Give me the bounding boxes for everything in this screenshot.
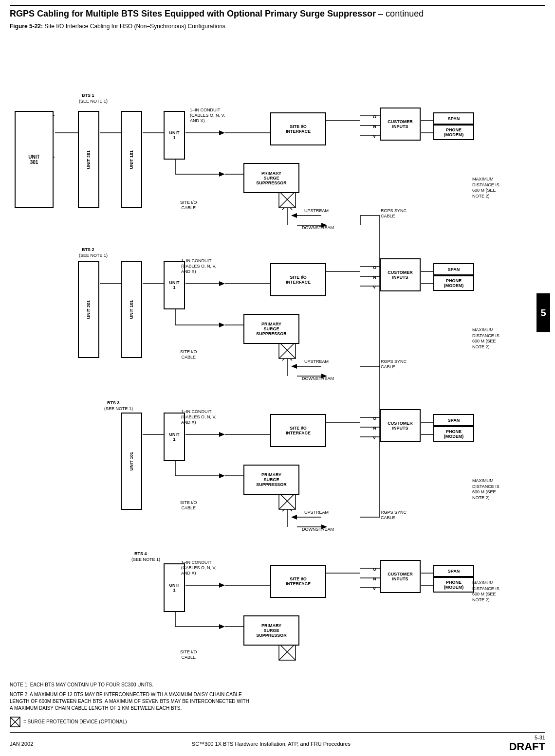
customer-inputs-bts2-label: CUSTOMERINPUTS (388, 270, 412, 280)
svg-line-87 (279, 342, 296, 359)
unit-201-bts1-label: UNIT 201 (86, 150, 91, 169)
footer-title: SC™300 1X BTS Hardware Installation, ATP… (33, 741, 509, 747)
svg-line-42 (282, 351, 292, 360)
conduit-label-bts2: 1–IN CONDUIT(CABLES O, N, V,AND X) (181, 258, 225, 274)
surge-bts1: PRIMARYSURGESUPPRESSOR (243, 163, 299, 193)
span-bts3: SPAN (433, 414, 474, 426)
draft-label: DRAFT (509, 740, 545, 753)
span-bts3-label: SPAN (448, 418, 460, 423)
site-io-bts2: SITE I/OINTERFACE (270, 263, 326, 296)
svg-line-91 (279, 493, 296, 509)
surge-bts2: PRIMARYSURGESUPPRESSOR (243, 314, 299, 344)
unit-201-bts2-label: UNIT 201 (86, 300, 91, 319)
svg-rect-89 (279, 493, 296, 509)
site-io-cable-bts2: SITE I/OCABLE (180, 349, 197, 360)
upstream-bts2: UPSTREAM (304, 359, 329, 364)
unit-101-bts2-box: UNIT 101 (121, 261, 142, 358)
svg-line-84 (279, 191, 296, 208)
surge-protection-icon (10, 717, 20, 727)
site-io-cable-bts1: SITE I/OCABLE (180, 200, 197, 211)
v-label-bts3: V (373, 435, 376, 440)
unit-101-bts3-box: UNIT 101 (121, 413, 142, 510)
unit-1-bts3-label: UNIT1 (169, 432, 180, 442)
surge-bts2-label: PRIMARYSURGESUPPRESSOR (256, 322, 287, 336)
svg-line-90 (279, 493, 296, 509)
svg-line-18 (282, 200, 292, 210)
unit-1-bts1-label: UNIT1 (169, 130, 180, 140)
customer-inputs-bts1: CUSTOMERINPUTS (380, 108, 421, 141)
bts3-note: (SEE NOTE 1) (104, 406, 133, 411)
svg-line-88 (279, 342, 296, 359)
svg-marker-81 (219, 624, 225, 629)
svg-marker-20 (291, 213, 297, 218)
svg-marker-50 (219, 432, 225, 437)
n-label-bts1: N (373, 124, 376, 129)
customer-inputs-bts4: CUSTOMERINPUTS (380, 560, 421, 593)
surge-bts3-label: PRIMARYSURGESUPPRESSOR (256, 472, 287, 487)
max-dist-bts1: MAXIMUMDISTANCE IS600 M (SEENOTE 2) (472, 177, 500, 199)
site-io-bts3-label: SITE I/OINTERFACE (286, 426, 311, 435)
section-number: 5 (536, 293, 550, 332)
bts4-label: BTS 4 (134, 551, 147, 556)
svg-line-63 (282, 502, 292, 511)
svg-marker-38 (219, 323, 225, 327)
bts3-label: BTS 3 (107, 400, 120, 405)
customer-inputs-bts3-label: CUSTOMERINPUTS (388, 421, 412, 431)
bts4-note: (SEE NOTE 1) (131, 557, 160, 562)
unit-101-bts1-label: UNIT 101 (129, 150, 134, 169)
svg-marker-66 (291, 515, 297, 520)
svg-line-93 (279, 644, 296, 660)
site-io-bts4: SITE I/OINTERFACE (270, 565, 326, 598)
unit-301-label: UNIT301 (28, 154, 39, 165)
svg-rect-86 (279, 342, 296, 359)
site-io-bts3: SITE I/OINTERFACE (270, 414, 326, 447)
upstream-bts1: UPSTREAM (304, 208, 329, 214)
note2-text: NOTE 2: A MAXIMUM OF 12 BTS MAY BE INTER… (10, 691, 253, 712)
bts2-label: BTS 2 (82, 247, 94, 252)
phone-bts4: PHONE(MODEM) (433, 577, 474, 593)
phone-bts2-label: PHONE(MODEM) (444, 278, 464, 288)
unit-101-bts2-label: UNIT 101 (129, 300, 134, 319)
o-label-bts2: O (373, 265, 376, 270)
downstream-bts3: DOWNSTREAM (302, 527, 334, 532)
span-bts1-label: SPAN (448, 116, 460, 121)
unit-101-bts3-label: UNIT 101 (129, 452, 134, 471)
o-label-bts1: O (373, 114, 376, 119)
surge-bts4: PRIMARYSURGESUPPRESSOR (243, 615, 299, 646)
rgps-sync-bts2: RGPS SYNCCABLE (381, 359, 407, 370)
upstream-bts3: UPSTREAM (304, 510, 329, 515)
conduit-label-bts3: 1–IN CONDUIT(CABLES O, N, V,AND X) (181, 409, 225, 425)
unit-1-bts4-label: UNIT1 (169, 583, 180, 593)
svg-marker-71 (219, 583, 225, 588)
site-io-bts4-label: SITE I/OINTERFACE (286, 576, 311, 586)
unit-1-bts2-label: UNIT1 (169, 280, 180, 290)
svg-line-17 (282, 200, 292, 210)
rgps-sync-bts1: RGPS SYNCCABLE (381, 208, 407, 219)
downstream-bts2: DOWNSTREAM (302, 376, 334, 381)
svg-rect-92 (279, 644, 296, 660)
site-io-cable-bts3: SITE I/OCABLE (180, 500, 197, 511)
unit-101-bts1-box: UNIT 101 (121, 111, 142, 208)
span-bts4: SPAN (433, 565, 474, 577)
customer-inputs-bts4-label: CUSTOMERINPUTS (388, 572, 412, 581)
span-bts2: SPAN (433, 263, 474, 275)
surge-bts1-label: PRIMARYSURGESUPPRESSOR (256, 171, 287, 185)
n-label-bts4: N (373, 576, 376, 581)
n-label-bts2: N (373, 275, 376, 280)
phone-bts1-label: PHONE(MODEM) (444, 127, 464, 137)
svg-marker-4 (219, 130, 225, 135)
v-label-bts2: V (373, 285, 376, 289)
customer-inputs-bts3: CUSTOMERINPUTS (380, 409, 421, 442)
surge-legend: = SURGE PROTECTION DEVICE (OPTIONAL) (10, 717, 253, 727)
unit-201-bts1-box: UNIT 201 (78, 111, 99, 208)
site-io-bts2-label: SITE I/OINTERFACE (286, 275, 311, 285)
span-bts4-label: SPAN (448, 569, 460, 574)
span-bts1: SPAN (433, 112, 474, 125)
phone-bts2: PHONE(MODEM) (433, 275, 474, 291)
phone-bts3-label: PHONE(MODEM) (444, 429, 464, 439)
v-label-bts1: V (373, 134, 376, 139)
note1-text: NOTE 1: EACH BTS MAY CONTAIN UP TO FOUR … (10, 682, 253, 688)
site-io-bts1-label: SITE I/OINTERFACE (286, 124, 311, 134)
notes-section: NOTE 1: EACH BTS MAY CONTAIN UP TO FOUR … (10, 682, 253, 727)
page-header: RGPS Cabling for Multiple BTS Sites Equi… (10, 5, 545, 19)
